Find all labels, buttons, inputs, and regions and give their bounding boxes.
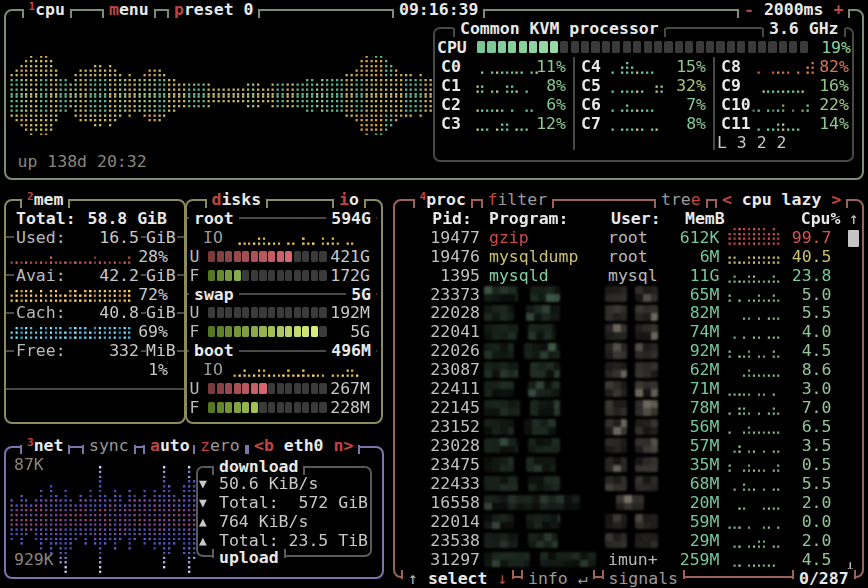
mosaic-pixels bbox=[484, 400, 520, 416]
process-mem: 56M bbox=[690, 417, 720, 436]
label-part: 5.0 bbox=[802, 285, 832, 304]
border-hook bbox=[134, 445, 136, 454]
border-hook bbox=[212, 549, 214, 558]
info-button[interactable]: info ↵ bbox=[521, 569, 595, 588]
disks-box-title[interactable]: disks bbox=[205, 190, 269, 209]
net-auto-button[interactable]: auto bbox=[143, 436, 197, 455]
select-control[interactable]: ↑ select ↓ bbox=[401, 569, 514, 588]
sort-column: cpu lazy bbox=[732, 190, 831, 209]
signals-button[interactable]: signals bbox=[602, 569, 686, 588]
mosaic-pixels bbox=[484, 476, 518, 492]
net-sync-button[interactable]: sync bbox=[82, 436, 136, 455]
signals-label: signals bbox=[609, 569, 679, 588]
label-part: 19% bbox=[821, 38, 851, 57]
border-hook bbox=[392, 9, 394, 18]
label-part: 82% bbox=[819, 57, 849, 76]
io-hotkey: i bbox=[339, 190, 349, 209]
io-mode-button[interactable]: io bbox=[332, 190, 366, 209]
meter-block-filled bbox=[234, 383, 241, 394]
process-cpu-graph bbox=[728, 455, 783, 474]
meter-block bbox=[319, 270, 326, 281]
border-hook bbox=[654, 199, 656, 208]
border-hook bbox=[664, 28, 666, 37]
core-percent: 32% bbox=[676, 76, 706, 95]
process-user-redacted bbox=[605, 324, 627, 340]
border-hook bbox=[848, 9, 850, 18]
label-part: ▼ bbox=[199, 476, 207, 491]
core-usage-graph bbox=[752, 76, 827, 95]
mosaic-pixels bbox=[605, 476, 627, 492]
filter-label: ilter bbox=[497, 190, 547, 209]
process-name-redacted bbox=[484, 476, 518, 492]
label-part: Cpu% bbox=[801, 209, 841, 228]
mem-row-tick bbox=[6, 350, 14, 352]
menu-button[interactable]: menu bbox=[102, 0, 156, 19]
label-part: 14% bbox=[819, 114, 849, 133]
proc-box-title[interactable]: 4proc bbox=[413, 190, 473, 209]
cpu-box-title[interactable]: 1cpu bbox=[22, 0, 72, 19]
core-usage-graph bbox=[606, 57, 681, 76]
border-hook bbox=[68, 199, 70, 208]
proc-header-mem: MemB bbox=[685, 209, 725, 228]
label-part: 29M bbox=[690, 531, 720, 550]
border-hook bbox=[401, 570, 403, 579]
scroll-up-icon[interactable]: ↑ bbox=[849, 209, 859, 228]
process-cpu-graph bbox=[728, 247, 783, 266]
label-part: 72% bbox=[138, 285, 168, 304]
process-user-redacted bbox=[616, 495, 644, 511]
meter-block bbox=[560, 41, 568, 53]
label-part: 1% bbox=[148, 360, 168, 379]
label-part: 23475 bbox=[430, 455, 480, 474]
preset-button[interactable]: preset 0 bbox=[167, 0, 260, 19]
mem-row-tick bbox=[6, 274, 14, 276]
label-part: 19476 bbox=[430, 247, 480, 266]
mosaic-pixels bbox=[528, 476, 560, 492]
mosaic-pixels bbox=[528, 381, 560, 397]
disk-used-label: U bbox=[190, 303, 200, 322]
mosaic-pixels bbox=[605, 400, 627, 416]
mem-box-title[interactable]: 2mem bbox=[20, 190, 70, 209]
core-label: C11 bbox=[721, 114, 751, 133]
net-interface-switcher[interactable]: <b eth0 n> bbox=[247, 436, 360, 455]
process-name-redacted bbox=[530, 286, 560, 302]
label-part: 228M bbox=[330, 398, 370, 417]
border-hook bbox=[258, 9, 260, 18]
process-user-redacted bbox=[605, 305, 627, 321]
update-rate-control[interactable]: - 2000ms + bbox=[737, 0, 850, 19]
net-box-title[interactable]: 3net bbox=[20, 436, 70, 455]
disk-used-value: 421G bbox=[330, 247, 370, 266]
border-hook bbox=[706, 199, 708, 208]
meter-block bbox=[251, 307, 258, 318]
preset-label: reset 0 bbox=[184, 0, 254, 19]
label-part: 5G bbox=[350, 322, 370, 341]
download-arrow-icon: ▼ bbox=[199, 474, 207, 493]
mem-row-label: Used: bbox=[16, 228, 66, 247]
process-cpu-graph bbox=[728, 417, 783, 436]
label-part: C10 bbox=[721, 95, 751, 114]
label-part: root bbox=[608, 247, 648, 266]
process-user-redacted bbox=[605, 457, 627, 473]
label-part: Free: bbox=[16, 341, 66, 360]
core-percent: 82% bbox=[819, 57, 849, 76]
sort-next-button: > bbox=[831, 190, 841, 209]
label-part: 62M bbox=[690, 360, 720, 379]
tree-button[interactable]: tree bbox=[654, 190, 708, 209]
disk-free-meter bbox=[208, 270, 327, 281]
process-name-redacted bbox=[528, 438, 560, 454]
mem-usage-dots bbox=[10, 322, 134, 341]
core-percent: 7% bbox=[686, 95, 706, 114]
mem-row-value: 42.2 bbox=[99, 266, 139, 285]
filter-button[interactable]: filter bbox=[481, 190, 555, 209]
mem-row-unit: GiB bbox=[146, 228, 176, 247]
label-part: 332 bbox=[109, 341, 139, 360]
disks-label: isks bbox=[221, 190, 261, 209]
sort-selector[interactable]: < cpu lazy > bbox=[715, 190, 848, 209]
process-cpu: 99.7 bbox=[792, 228, 832, 247]
process-cpu-graph bbox=[728, 436, 783, 455]
process-name-redacted bbox=[484, 419, 514, 435]
net-zero-button[interactable]: zero bbox=[193, 436, 247, 455]
process-name-redacted bbox=[484, 438, 518, 454]
process-name-redacted bbox=[528, 533, 558, 549]
process-user-redacted bbox=[635, 381, 658, 397]
mosaic-pixels bbox=[605, 324, 627, 340]
